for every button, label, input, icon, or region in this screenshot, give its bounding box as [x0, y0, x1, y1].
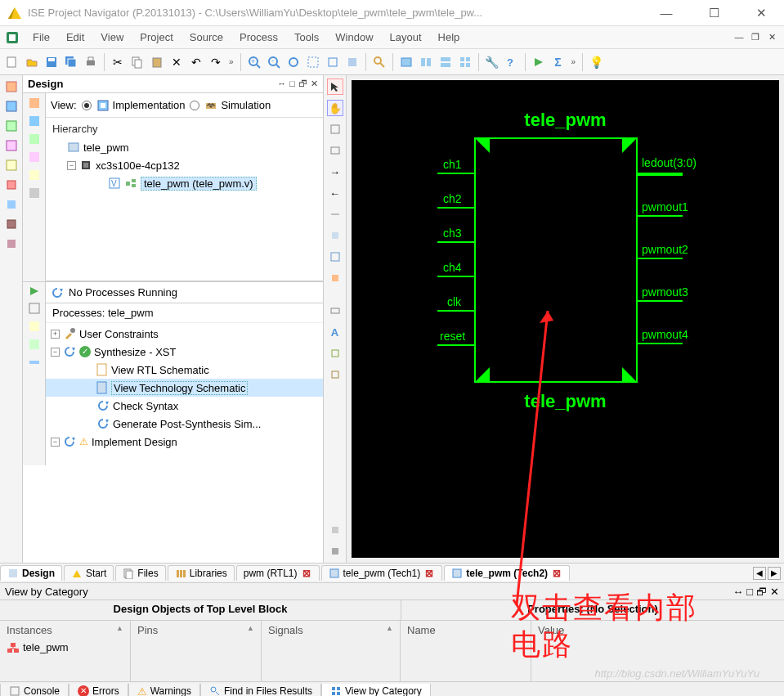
bulb-icon[interactable]: 💡 — [587, 53, 605, 71]
window2-icon[interactable] — [417, 53, 435, 71]
svb11[interactable] — [327, 345, 343, 361]
exp-uc[interactable]: + — [51, 330, 60, 339]
src-vbtn5[interactable] — [28, 168, 41, 182]
print-icon[interactable] — [82, 53, 100, 71]
svb9[interactable] — [327, 303, 343, 319]
zoom-out-icon[interactable]: - — [265, 53, 283, 71]
svb7[interactable] — [327, 249, 343, 265]
new-icon[interactable] — [3, 53, 21, 71]
zoom-page-icon[interactable] — [324, 53, 342, 71]
col-name[interactable]: Name — [407, 624, 436, 636]
src-vbtn6[interactable] — [28, 186, 41, 200]
zoom-fit-icon[interactable] — [284, 53, 302, 71]
paste-icon[interactable] — [148, 53, 166, 71]
svb1[interactable] — [327, 121, 343, 137]
proc-gen-sim[interactable]: Generate Post-Synthesis Sim... — [46, 415, 323, 433]
minimize-button[interactable]: — — [650, 6, 683, 20]
pointer-icon[interactable] — [327, 79, 343, 95]
close-tab-tech1[interactable]: ⊠ — [423, 568, 435, 579]
tab-tech1[interactable]: tele_pwm (Tech1) ⊠ — [321, 565, 443, 581]
zoom-area-icon[interactable] — [304, 53, 322, 71]
btab-vbc[interactable]: View by Category — [321, 684, 431, 696]
menu-view[interactable]: View — [92, 28, 132, 47]
toolbar-overflow[interactable]: » — [226, 57, 236, 66]
src-vbtn2[interactable] — [28, 115, 41, 128]
sort-icon3[interactable]: ▲ — [386, 624, 393, 636]
cut-icon[interactable]: ✂ — [109, 53, 127, 71]
toolbar-overflow-2[interactable]: » — [569, 57, 579, 66]
vbtn1[interactable] — [3, 79, 20, 95]
vbtn3[interactable] — [3, 118, 20, 134]
svb3[interactable]: → — [327, 164, 343, 180]
menu-layout[interactable]: Layout — [382, 28, 430, 47]
redo-icon[interactable]: ↷ — [207, 53, 225, 71]
tree-collapse-device[interactable]: − — [67, 161, 76, 170]
mdi-minimize[interactable]: — — [733, 32, 745, 43]
window1-icon[interactable] — [397, 53, 415, 71]
menu-file[interactable]: File — [25, 28, 58, 47]
mdi-close[interactable]: ✕ — [766, 32, 777, 43]
radio-implementation[interactable] — [82, 101, 92, 110]
panel-btn-2[interactable]: □ — [289, 79, 295, 89]
menu-source[interactable]: Source — [181, 28, 231, 47]
btab-find[interactable]: Find in Files Results — [200, 684, 321, 696]
tab-tech2[interactable]: tele_pwm (Tech2) ⊠ — [444, 565, 570, 581]
vbc-panel-btn3[interactable]: 🗗 — [756, 586, 767, 598]
radio-simulation[interactable] — [190, 101, 199, 110]
window3-icon[interactable] — [437, 53, 455, 71]
svb5[interactable] — [327, 206, 343, 222]
schematic-canvas[interactable]: tele_pwm ch1 ch2 ch3 ch4 clk — [352, 80, 779, 558]
window4-icon[interactable] — [456, 53, 474, 71]
proc-implement[interactable]: − ⚠ Implement Design — [46, 433, 323, 451]
vbc-panel-btn1[interactable]: ↔ — [732, 586, 743, 598]
proc-vbtn2[interactable] — [28, 302, 41, 315]
sort-icon[interactable]: ▲ — [116, 624, 123, 636]
open-icon[interactable] — [23, 53, 41, 71]
vbtn6[interactable] — [3, 177, 20, 193]
menu-edit[interactable]: Edit — [58, 28, 92, 47]
vbc-panel-btn2[interactable]: □ — [746, 586, 753, 598]
tab-files[interactable]: Files — [115, 565, 165, 581]
exp-syn[interactable]: − — [51, 348, 60, 357]
vbtn5[interactable] — [3, 157, 20, 173]
col-instances[interactable]: Instances — [7, 624, 52, 636]
col-signals[interactable]: Signals — [268, 624, 303, 636]
menu-window[interactable]: Window — [327, 28, 381, 47]
svb2[interactable] — [327, 142, 343, 159]
tab-design[interactable]: Design — [0, 565, 62, 581]
col-pins[interactable]: Pins — [137, 624, 158, 636]
exp-impl[interactable]: − — [51, 438, 60, 447]
proc-view-tech[interactable]: View Technology Schematic — [46, 379, 323, 397]
sort-icon2[interactable]: ▲ — [247, 624, 254, 636]
vbtn9[interactable] — [3, 236, 20, 252]
vbtn8[interactable] — [3, 216, 20, 232]
instance-row[interactable]: tele_pwm — [7, 636, 123, 653]
save-icon[interactable] — [43, 53, 60, 71]
close-tab-tech2[interactable]: ⊠ — [551, 568, 562, 579]
sigma-icon[interactable]: Σ — [549, 53, 567, 71]
proc-run-btn[interactable] — [29, 285, 40, 297]
proc-vbtn5[interactable] — [28, 356, 41, 369]
menu-process[interactable]: Process — [231, 28, 286, 47]
btab-errors[interactable]: ✕ Errors — [69, 684, 128, 696]
maximize-button[interactable]: ☐ — [697, 6, 730, 20]
tree-device-row[interactable]: − xc3s100e-4cp132 — [51, 156, 318, 174]
menu-help[interactable]: Help — [430, 28, 468, 47]
hand-icon[interactable]: ✋ — [327, 100, 343, 116]
proc-vbtn3[interactable] — [28, 320, 41, 333]
close-tab-rtl1[interactable]: ⊠ — [301, 568, 312, 579]
tabs-next[interactable]: ▶ — [768, 567, 781, 580]
menu-project[interactable]: Project — [132, 28, 181, 47]
vbtn4[interactable] — [3, 137, 20, 154]
panel-btn-1[interactable]: ↔ — [277, 79, 286, 89]
mdi-restore[interactable]: ❐ — [750, 32, 761, 43]
proc-view-rtl[interactable]: View RTL Schematic — [46, 361, 323, 379]
tab-start[interactable]: Start — [64, 565, 114, 581]
tab-libraries[interactable]: Libraries — [168, 565, 235, 581]
tree-module-row[interactable]: V tele_pwm (tele_pwm.v) — [51, 174, 318, 192]
col-value[interactable]: Value — [538, 624, 564, 636]
vbtn7[interactable] — [3, 196, 20, 213]
proc-synthesize[interactable]: − ✓ Synthesize - XST — [46, 343, 323, 361]
svb4[interactable]: ← — [327, 185, 343, 201]
svb10[interactable]: A — [327, 324, 343, 340]
